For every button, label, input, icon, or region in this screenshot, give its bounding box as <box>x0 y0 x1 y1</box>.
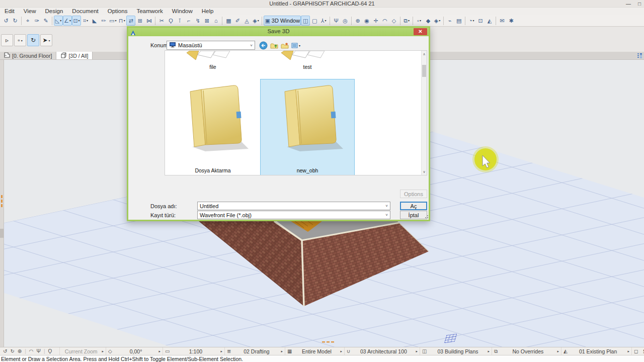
status-graphic-overrides[interactable]: ⧉No Overrides▸ <box>492 347 561 355</box>
status-pen-set[interactable]: ∪03 Architectural 100▸ <box>344 347 420 355</box>
status-structure-display[interactable]: ▦Entire Model▸ <box>285 347 344 355</box>
file-list[interactable]: ∧ ∨ filetestDosya Aktarmanew_obh <box>165 50 427 175</box>
menu-document[interactable]: Document <box>67 8 103 15</box>
menu-design[interactable]: Design <box>41 8 68 15</box>
statusbar-walk-icon[interactable]: Ψ <box>37 348 41 354</box>
toolbar-element-snap[interactable]: ▭▾ <box>108 16 117 26</box>
close-icon[interactable]: ✕ <box>414 28 427 35</box>
menu-options[interactable]: Options <box>103 8 132 15</box>
scroll-up-icon[interactable]: ∧ <box>422 51 427 57</box>
toolbar-orbit-mode[interactable]: ◎ <box>341 16 350 26</box>
toolbar-trim[interactable]: ⌐ <box>184 16 193 26</box>
file-item-test[interactable]: test <box>270 51 345 70</box>
toolbar-morph[interactable]: ◈▾ <box>251 16 260 26</box>
status-3d-style-status[interactable]: ◻Simple Shading <box>631 347 644 355</box>
scroll-down-icon[interactable]: ∨ <box>422 168 427 175</box>
status-layer-combination[interactable]: ≣02 Drafting▸ <box>224 347 285 355</box>
file-name-input[interactable]: Untitled ˅ <box>197 202 390 210</box>
left-scroll-strip[interactable] <box>0 60 4 347</box>
quickbar-marquee-select[interactable]: ▫▾ <box>14 34 26 46</box>
toolbar-zoom-target[interactable]: ⊕ <box>353 16 362 26</box>
toolbar-stretch[interactable]: ⊠ <box>202 16 211 26</box>
statusbar-view-back-icon[interactable]: ↺ <box>3 348 7 354</box>
toolbar-suspend-groups[interactable]: ⊓▾ <box>117 16 126 26</box>
dialog-title-bar[interactable]: Save 3D ✕ <box>128 28 429 36</box>
status-model-view-options[interactable]: ◫03 Building Plans▸ <box>420 347 492 355</box>
status-current-zoom[interactable]: Current Zoom▸ <box>59 347 106 355</box>
maximize-button[interactable]: □ <box>638 1 641 7</box>
statusbar-find-select-icon[interactable]: Ϙ <box>48 348 52 354</box>
toolbar-home-story[interactable]: ⌂ <box>211 16 220 26</box>
quickbar-orbit-tool[interactable]: ↻ <box>27 34 39 46</box>
options-button[interactable]: Options <box>400 190 427 198</box>
menu-help[interactable]: Help <box>197 8 218 15</box>
location-dropdown[interactable]: Masaüstü ˅ <box>167 41 255 50</box>
toolbar-markup[interactable]: ✉ <box>498 16 507 26</box>
file-item-file[interactable]: file <box>175 51 251 70</box>
toolbar-roof[interactable]: ◬ <box>242 16 251 26</box>
toolbar-pick-style[interactable]: ⌁ <box>445 16 454 26</box>
tab-tree-icon[interactable] <box>635 52 644 59</box>
view-menu-icon[interactable]: ▾ <box>291 42 300 49</box>
scroll-thumb[interactable] <box>0 229 4 238</box>
quickbar-overflow[interactable]: ▹ <box>1 34 13 46</box>
toolbar-modify[interactable]: ✐ <box>233 16 242 26</box>
quickbar-arrow-tool[interactable]: ➤▾ <box>40 34 52 46</box>
list-scroll-thumb[interactable] <box>422 65 426 77</box>
toolbar-coordinates[interactable]: ⊞ <box>135 16 144 26</box>
toolbar-plane[interactable]: ◇ <box>389 16 398 26</box>
toolbar-adjust[interactable]: ⊺ <box>175 16 184 26</box>
statusbar-zoom-in-icon[interactable]: ⊕ <box>18 348 22 354</box>
tab--3d-all-[interactable]: [3D / All] <box>56 52 93 59</box>
toolbar-editing-plane[interactable]: ∠▾ <box>63 16 72 26</box>
toolbar-3d-style[interactable]: ◫ <box>301 16 310 26</box>
menu-teamwork[interactable]: Teamwork <box>132 8 167 15</box>
file-type-dropdown[interactable]: Wavefront File (*.obj) ˅ <box>197 211 390 219</box>
toolbar-inject-parameters[interactable]: ✑ <box>32 16 41 26</box>
menu-view[interactable]: View <box>19 8 41 15</box>
toolbar-lamp[interactable]: ✛ <box>371 16 380 26</box>
toolbar-explore-navigation[interactable]: ⇄ <box>126 16 135 26</box>
list-scrollbar[interactable]: ∧ ∨ <box>421 51 427 175</box>
back-icon[interactable] <box>259 41 268 50</box>
resize-grip[interactable] <box>424 215 428 219</box>
statusbar-view-forward-icon[interactable]: ↻ <box>10 348 14 354</box>
toolbar-walk-mode[interactable]: Ψ <box>332 16 341 26</box>
toolbar-extras[interactable]: ✱ <box>507 16 516 26</box>
up-folder-icon[interactable] <box>270 42 278 49</box>
toolbar-snap-points[interactable]: ⊡▾ <box>72 16 81 26</box>
toolbar-render[interactable]: ◭ <box>485 16 494 26</box>
status-orientation[interactable]: ◇0,00°▸ <box>106 347 163 355</box>
toolbar-snapshot[interactable]: ⊡ <box>476 16 485 26</box>
toolbar-3d-cutaway[interactable]: ▢ <box>310 16 319 26</box>
menu-window[interactable]: Window <box>168 8 197 15</box>
toolbar-surfaces[interactable]: ◈▾ <box>433 16 442 26</box>
toolbar-fit-in-window[interactable]: ⋈ <box>144 16 153 26</box>
minimize-button[interactable]: — <box>626 1 631 7</box>
status-scale[interactable]: ▭1:100▸ <box>163 347 224 355</box>
status-renovation-filter[interactable]: ◭01 Existing Plan▸ <box>561 347 631 355</box>
toolbar-camera[interactable]: ◔▾ <box>467 16 476 26</box>
tab--0-ground-floor-[interactable]: [0. Ground Floor] <box>0 52 56 59</box>
toolbar-grid-snap[interactable]: ⌗▾ <box>81 16 90 26</box>
toolbar-pick-up-parameters[interactable]: ⌖ <box>23 16 32 26</box>
toolbar-layers[interactable]: ⧉▾ <box>402 16 411 26</box>
toolbar-guide-lines[interactable]: ◺▾ <box>54 16 63 26</box>
toolbar-gravity[interactable]: ◣ <box>90 16 99 26</box>
statusbar-pan-icon[interactable]: ◠ <box>29 348 34 354</box>
toolbar-solid-ops[interactable]: ◆ <box>424 16 433 26</box>
cancel-button[interactable]: İptal <box>400 211 427 219</box>
toolbar-zoom-selection[interactable]: Ϙ <box>166 16 175 26</box>
open-button[interactable]: Aç <box>400 202 427 210</box>
toolbar-marquee[interactable]: ▫▾ <box>415 16 424 26</box>
toolbar-split[interactable]: ✂ <box>157 16 166 26</box>
folder-item-new_obh[interactable]: new_obh <box>261 79 354 175</box>
toolbar-paint-bucket[interactable]: ▤ <box>454 16 463 26</box>
folder-item-dosya-aktarma[interactable]: Dosya Aktarma <box>166 79 260 175</box>
toolbar-3d-window[interactable]: ▣3D Window <box>264 16 301 26</box>
toolbar-3d-projection[interactable]: ⅄▾ <box>319 16 328 26</box>
toolbar-annotate[interactable]: ✏ <box>99 16 108 26</box>
toolbar-measure[interactable]: ✎ <box>41 16 50 26</box>
toolbar-hatch[interactable]: ▦ <box>224 16 233 26</box>
toolbar-intersect[interactable]: ↯ <box>193 16 202 26</box>
